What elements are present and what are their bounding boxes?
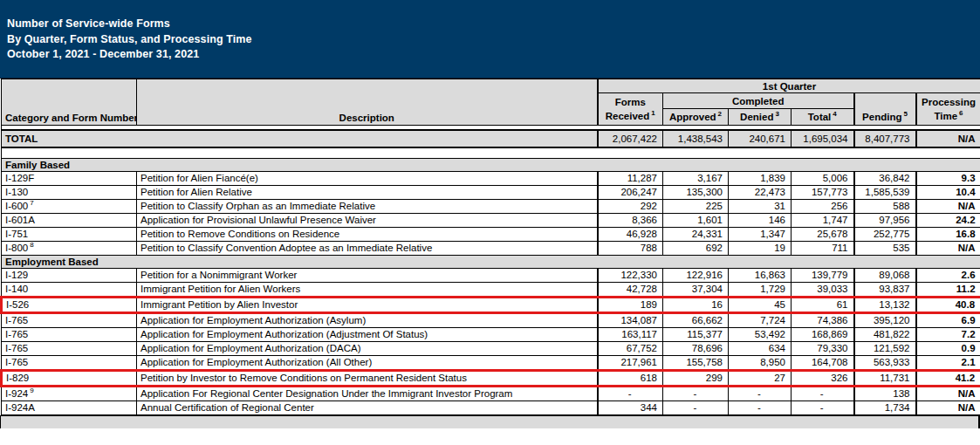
approved-value: 225 [663, 200, 729, 214]
denied-value: 45 [729, 298, 792, 313]
processing-time-value: 9.3 [916, 172, 980, 186]
approved-value: 37,304 [663, 283, 729, 298]
approved-value: 66,662 [663, 313, 729, 328]
form-code: I-765 [2, 328, 137, 342]
denied-value: 634 [729, 342, 792, 356]
processing-time-value: N/A [916, 242, 980, 256]
pending-value: 13,132 [854, 298, 916, 313]
form-description: Application for Provisional Unlawful Pre… [137, 214, 598, 228]
approved-label: Approved [669, 112, 716, 122]
total-value: 61 [792, 298, 854, 313]
form-code: I-130 [2, 186, 137, 200]
processing-time-value: 24.2 [916, 214, 980, 228]
processing-time-value: 40.8 [916, 298, 980, 313]
total-forms-received: 2,067,422 [598, 130, 663, 147]
form-row-i-765: I-765Application for Employment Authoriz… [2, 356, 980, 371]
total-value: 326 [792, 371, 854, 387]
approved-value: 122,916 [663, 269, 729, 283]
form-row-i-140: I-140Immigrant Petition for Alien Worker… [2, 283, 980, 298]
forms-received-value: 122,330 [598, 269, 663, 283]
pending-value: 121,592 [854, 342, 916, 356]
total-value: - [792, 387, 854, 401]
form-row-i-765: I-765Application for Employment Authoriz… [2, 342, 980, 356]
forms-received-value: 42,728 [598, 283, 663, 298]
form-code: I-140 [2, 283, 137, 298]
forms-received-value: 788 [598, 242, 663, 256]
approved-value: 24,331 [663, 228, 729, 242]
pending-value: 138 [854, 387, 916, 401]
form-description: Petition to Classify Orphan as an Immedi… [137, 200, 598, 214]
forms-received-value: 292 [598, 200, 663, 214]
report-title-banner: Number of Service-wide Forms By Quarter,… [0, 0, 980, 79]
form-row-i-600: I-6007Petition to Classify Orphan as an … [2, 200, 980, 214]
form-description: Petition to Remove Conditions on Residen… [137, 228, 598, 242]
table-header: Category and Form Number Description 1st… [2, 79, 980, 126]
form-row-i-129f: I-129FPetition for Alien Fiancé(e)11,287… [2, 172, 980, 186]
pending-value: 93,837 [854, 283, 916, 298]
form-description: Petition for Alien Fiancé(e) [137, 172, 598, 186]
approved-value: 3,167 [663, 172, 729, 186]
form-code: I-829 [2, 371, 137, 387]
col-header-forms-received: Forms Received1 [598, 93, 663, 126]
form-code-footnote: 7 [30, 200, 33, 208]
forms-received-value: 217,961 [598, 356, 663, 371]
pending-value: 395,120 [854, 313, 916, 328]
form-description: Petition for Alien Relative [137, 186, 598, 200]
total-value: 5,006 [792, 172, 854, 186]
denied-value: 8,950 [729, 356, 792, 371]
approved-value: 16 [663, 298, 729, 313]
denied-value: 19 [729, 242, 792, 256]
total-value: 39,033 [792, 283, 854, 298]
forms-received-value: - [598, 387, 663, 401]
form-row-i-765: I-765Application for Employment Authoriz… [2, 328, 980, 342]
form-description: Application for Employment Authorization… [137, 342, 598, 356]
approved-value: 78,696 [663, 342, 729, 356]
col-header-approved: Approved2 [663, 109, 729, 126]
form-description: Petition by Investor to Remove Condition… [137, 371, 598, 387]
form-code: I-765 [2, 342, 137, 356]
pending-value: 481,822 [854, 328, 916, 342]
processing-time-value: N/A [916, 200, 980, 214]
form-description: Application for Employment Authorization… [137, 328, 598, 342]
approved-value: 692 [663, 242, 729, 256]
col-header-category: Category and Form Number [2, 79, 137, 126]
col-header-total: Total4 [792, 109, 854, 126]
report-title-line1: Number of Service-wide Forms [7, 17, 980, 32]
form-row-i-526: I-526Immigrant Petition by Alien Investo… [2, 298, 980, 313]
forms-label: Forms [615, 97, 646, 107]
processing-time-value: 0.9 [916, 342, 980, 356]
spacer-row [2, 147, 980, 159]
form-code: I-765 [2, 356, 137, 371]
pending-label: Pending [862, 112, 901, 122]
report-title-line3: October 1, 2021 - December 31, 2021 [7, 47, 980, 63]
processing-time-value: 7.2 [916, 328, 980, 342]
denied-value: - [729, 387, 792, 401]
time-label: Time [934, 111, 957, 121]
forms-received-value: 206,247 [598, 186, 663, 200]
col-header-completed: Completed [663, 93, 854, 109]
form-row-i-601a: I-601AApplication for Provisional Unlawf… [2, 214, 980, 228]
form-code: I-751 [2, 228, 137, 242]
denied-value: 27 [729, 371, 792, 387]
form-code: I-765 [2, 313, 137, 328]
denied-value: 22,473 [729, 186, 792, 200]
form-description: Annual Certification of Regional Center [137, 401, 598, 415]
denied-label: Denied [740, 112, 773, 122]
next-section-partial-band [0, 415, 980, 428]
form-row-i-129: I-129Petition for a Nonimmigrant Worker1… [2, 269, 980, 283]
form-description: Application for Employment Authorization… [137, 356, 598, 371]
processing-time-value: 16.8 [916, 228, 980, 242]
approved-value: - [663, 387, 729, 401]
processing-time-value: 2.6 [916, 269, 980, 283]
section-header-row: Employment Based [2, 256, 980, 269]
pending-footnote: 5 [903, 110, 907, 118]
pending-value: 36,842 [854, 172, 916, 186]
pending-value: 535 [854, 242, 916, 256]
pending-value: 1,585,539 [854, 186, 916, 200]
form-row-i-765: I-765Application for Employment Authoriz… [2, 313, 980, 328]
denied-value: 31 [729, 200, 792, 214]
pending-value: 252,775 [854, 228, 916, 242]
denied-value: 7,724 [729, 313, 792, 328]
section-header-row: Family Based [2, 159, 980, 172]
form-row-i-924: I-9249Application For Regional Center De… [2, 387, 980, 401]
